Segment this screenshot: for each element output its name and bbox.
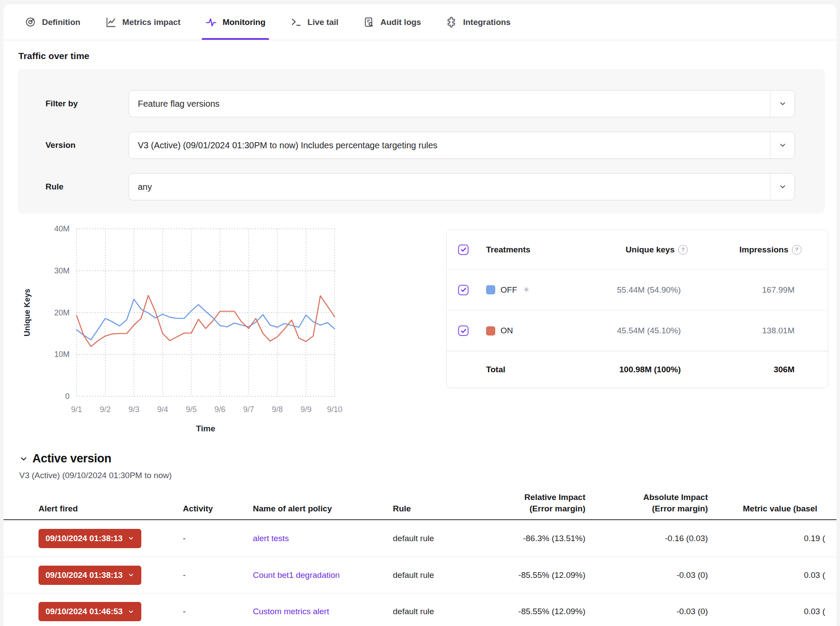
tab-label: Integrations <box>463 17 511 27</box>
version-row: Version V3 (Active) (09/01/2024 01:30PM … <box>46 132 795 159</box>
terminal-icon <box>290 16 302 28</box>
tab-monitoring[interactable]: Monitoring <box>205 4 266 40</box>
svg-text:9/1: 9/1 <box>71 405 82 414</box>
treatments-card: Treatments Unique keys ? Impressions ? O… <box>446 230 828 388</box>
svg-text:30M: 30M <box>54 266 70 275</box>
svg-text:10M: 10M <box>54 350 70 359</box>
traffic-section: 010M20M30M40M9/19/29/39/49/59/69/79/89/9… <box>4 224 836 445</box>
svg-text:9/8: 9/8 <box>272 405 283 414</box>
alert-row: 09/10/2024 01:38:13 - alert tests defaul… <box>4 520 836 557</box>
total-unique-keys: 100.98M (100%) <box>563 365 694 374</box>
version-label: Version <box>46 140 129 150</box>
tab-definition[interactable]: Definition <box>24 4 80 40</box>
tab-label: Metrics impact <box>122 17 181 27</box>
alert-policy-link[interactable]: alert tests <box>253 534 289 543</box>
svg-text:0: 0 <box>65 392 70 401</box>
filter-by-value: Feature flag versions <box>129 99 770 109</box>
svg-text:Time: Time <box>196 424 215 433</box>
alert-row: 09/10/2024 01:46:53 - Custom metrics ale… <box>4 594 836 626</box>
svg-text:9/5: 9/5 <box>186 405 197 414</box>
alert-policy-link[interactable]: Custom metrics alert <box>253 607 329 616</box>
on-impressions: 138.01M <box>694 326 816 336</box>
tab-label: Definition <box>42 17 80 27</box>
tab-label: Audit logs <box>381 17 421 27</box>
treatment-off-checkbox[interactable] <box>458 285 469 295</box>
off-unique-keys: 55.44M (54.90%) <box>563 285 694 295</box>
alert-absolute-impact: -0.03 (0) <box>585 570 708 580</box>
alert-relative-impact: -85.55% (12.09%) <box>467 570 585 580</box>
treatment-row-off: OFF ✳ 55.44M (54.90%) 167.99M <box>447 269 828 310</box>
alert-rule: default rule <box>393 607 467 616</box>
alert-metric-value: 0.03 ( <box>708 570 836 580</box>
alert-activity: - <box>183 570 253 580</box>
tab-bar: Definition Metrics impact Monitoring <box>4 4 836 40</box>
on-unique-keys: 45.54M (45.10%) <box>563 326 694 336</box>
traffic-line-chart: 010M20M30M40M9/19/29/39/49/59/69/79/89/9… <box>17 224 367 443</box>
document-search-icon <box>363 16 375 28</box>
svg-text:9/7: 9/7 <box>243 405 254 414</box>
alert-activity: - <box>183 607 253 616</box>
rule-select[interactable]: any <box>129 173 795 200</box>
alert-fired-badge[interactable]: 09/10/2024 01:38:13 <box>38 566 141 585</box>
chevron-down-icon <box>128 572 134 578</box>
svg-text:9/6: 9/6 <box>214 405 225 414</box>
svg-text:9/10: 9/10 <box>327 405 342 414</box>
main-panel: Definition Metrics impact Monitoring <box>4 4 836 626</box>
version-value: V3 (Active) (09/01/2024 01:30PM to now) … <box>129 140 770 150</box>
on-series-swatch <box>486 326 495 336</box>
filter-by-select[interactable]: Feature flag versions <box>129 90 795 117</box>
page-title: Traffic over time <box>18 51 836 61</box>
svg-text:9/3: 9/3 <box>129 405 140 414</box>
col-alert-fired: Alert fired <box>38 503 183 514</box>
chevron-down-icon <box>770 174 794 200</box>
tab-metrics-impact[interactable]: Metrics impact <box>105 4 181 40</box>
alerts-table-header: Alert fired Activity Name of alert polic… <box>4 492 836 520</box>
version-select[interactable]: V3 (Active) (09/01/2024 01:30PM to now) … <box>129 132 795 159</box>
off-impressions: 167.99M <box>694 285 816 295</box>
help-icon[interactable]: ? <box>678 245 688 255</box>
alert-policy-link[interactable]: Count bet1 degradation <box>253 570 340 580</box>
alert-metric-value: 0.19 ( <box>708 534 836 543</box>
filter-by-label: Filter by <box>46 99 129 108</box>
target-icon <box>24 16 36 28</box>
treatment-name: OFF <box>500 285 517 295</box>
col-policy: Name of alert policy <box>253 503 393 514</box>
killed-flag-icon: ✳ <box>523 285 529 294</box>
chevron-down-icon <box>770 132 794 158</box>
help-icon[interactable]: ? <box>792 245 802 255</box>
treatment-on-checkbox[interactable] <box>458 325 469 336</box>
alerts-table: Alert fired Activity Name of alert polic… <box>4 492 836 626</box>
svg-text:Unique Keys: Unique Keys <box>23 289 32 336</box>
tab-live-tail[interactable]: Live tail <box>290 4 339 40</box>
svg-text:9/2: 9/2 <box>100 405 111 414</box>
active-version-title: Active version <box>32 452 111 465</box>
alert-relative-impact: -86.3% (13.51%) <box>467 534 585 543</box>
treatments-select-all-checkbox[interactable] <box>458 245 469 255</box>
chart-line-icon <box>105 16 117 28</box>
tab-label: Monitoring <box>223 17 266 27</box>
treatments-total-row: Total 100.98M (100%) 306M <box>447 351 828 388</box>
filter-panel: Filter by Feature flag versions Version … <box>18 69 825 213</box>
tab-label: Live tail <box>308 17 339 27</box>
total-impressions: 306M <box>694 365 816 374</box>
total-label: Total <box>486 365 563 374</box>
chevron-down-icon <box>128 535 134 542</box>
alert-fired-badge[interactable]: 09/10/2024 01:46:53 <box>38 602 141 621</box>
treatments-header-row: Treatments Unique keys ? Impressions ? <box>447 230 828 269</box>
alert-fired-badge[interactable]: 09/10/2024 01:38:13 <box>38 529 141 548</box>
rule-value: any <box>129 182 770 192</box>
alert-relative-impact: -85.55% (12.09%) <box>467 607 585 616</box>
tab-audit-logs[interactable]: Audit logs <box>363 4 421 40</box>
active-version-header[interactable]: Active version <box>19 452 836 465</box>
treatment-row-on: ON 45.54M (45.10%) 138.01M <box>447 310 828 351</box>
active-version-subtitle: V3 (Active) (09/10/2024 01:30PM to now) <box>19 471 836 480</box>
chevron-down-icon <box>128 609 134 615</box>
alert-absolute-impact: -0.03 (0) <box>585 607 708 616</box>
filter-by-row: Filter by Feature flag versions <box>46 90 795 117</box>
pulse-icon <box>205 16 217 28</box>
svg-text:9/4: 9/4 <box>157 405 168 414</box>
tab-integrations[interactable]: Integrations <box>445 4 511 40</box>
chevron-down-icon <box>19 455 28 463</box>
col-absolute-impact: Absolute Impact (Error margin) <box>585 492 708 514</box>
alert-activity: - <box>183 534 253 543</box>
